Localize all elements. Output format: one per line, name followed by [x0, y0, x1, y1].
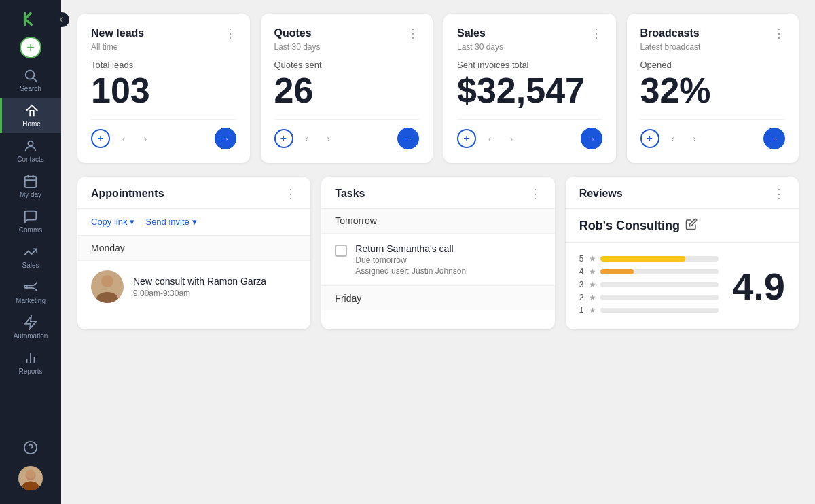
sidebar-label-reports: Reports — [18, 367, 42, 375]
quotes-add-button[interactable]: + — [274, 129, 293, 148]
task-assigned: Assigned user: Justin Johnson — [355, 266, 466, 276]
avatar[interactable] — [18, 466, 43, 490]
svg-point-18 — [101, 275, 113, 287]
broadcasts-next-button[interactable]: › — [687, 130, 703, 147]
sidebar-label-comms: Comms — [19, 226, 42, 234]
sidebar-label-search: Search — [20, 85, 41, 92]
new-leads-value: 103 — [91, 73, 236, 108]
star-row-1: 1 ★ — [579, 306, 719, 315]
sidebar-item-marketing[interactable]: Marketing — [0, 274, 61, 310]
new-leads-label: Total leads — [91, 60, 236, 70]
reviews-panel: Reviews ⋮ Rob's Consulting 5 ★ 4 — [566, 177, 799, 329]
sales-title: Sales — [457, 27, 486, 39]
new-leads-card: New leads ⋮ All time Total leads 103 + ‹… — [77, 14, 250, 163]
sidebar-label-automation: Automation — [14, 332, 48, 340]
collapse-sidebar-button[interactable] — [54, 12, 69, 27]
broadcasts-value: 32% — [640, 73, 786, 108]
sidebar-label-contacts: Contacts — [17, 156, 43, 163]
svg-line-1 — [33, 78, 37, 82]
quotes-value: 26 — [274, 73, 420, 108]
sidebar-label-sales: Sales — [22, 262, 39, 269]
broadcasts-card: Broadcasts ⋮ Latest broadcast Opened 32%… — [627, 14, 799, 163]
sales-prev-button[interactable]: ‹ — [482, 130, 498, 147]
tasks-menu-button[interactable]: ⋮ — [529, 187, 541, 200]
sales-add-button[interactable]: + — [457, 129, 476, 148]
new-leads-menu-button[interactable]: ⋮ — [224, 27, 236, 39]
broadcasts-go-button[interactable]: → — [763, 128, 785, 149]
sidebar-item-automation[interactable]: Automation — [0, 310, 61, 345]
appointments-panel: Appointments ⋮ Copy link ▾ Send invite ▾… — [77, 177, 310, 329]
broadcasts-subtitle: Latest broadcast — [640, 42, 786, 52]
reviews-panel-title: Reviews — [579, 187, 623, 200]
quotes-prev-button[interactable]: ‹ — [299, 130, 315, 147]
logo — [18, 7, 43, 31]
sales-value: $32,547 — [457, 73, 602, 108]
bottom-row: Appointments ⋮ Copy link ▾ Send invite ▾… — [77, 177, 799, 329]
sidebar-item-comms[interactable]: Comms — [0, 204, 61, 239]
star-row-4: 4 ★ — [579, 267, 719, 276]
broadcasts-title: Broadcasts — [640, 27, 700, 39]
sales-label: Sent invoices total — [457, 60, 602, 70]
stats-row: New leads ⋮ All time Total leads 103 + ‹… — [77, 14, 799, 163]
sidebar-item-sales[interactable]: Sales — [0, 239, 61, 274]
broadcasts-menu-button[interactable]: ⋮ — [773, 27, 785, 39]
quotes-subtitle: Last 30 days — [274, 42, 420, 52]
new-leads-subtitle: All time — [91, 42, 236, 52]
appointments-day: Monday — [77, 236, 310, 261]
sales-next-button[interactable]: › — [503, 130, 520, 147]
sidebar-item-reports[interactable]: Reports — [0, 345, 61, 380]
reviews-menu-button[interactable]: ⋮ — [773, 187, 785, 200]
star-row-2: 2 ★ — [579, 293, 719, 302]
help-icon[interactable] — [23, 440, 38, 458]
sidebar-label-marketing: Marketing — [16, 297, 46, 304]
sidebar-item-myday[interactable]: My day — [0, 168, 61, 204]
tasks-tomorrow-label: Tomorrow — [321, 209, 554, 234]
quotes-menu-button[interactable]: ⋮ — [407, 27, 419, 39]
reviews-company-name: Rob's Consulting — [579, 219, 680, 233]
tasks-panel: Tasks ⋮ Tomorrow Return Samantha's call … — [321, 177, 554, 329]
tasks-panel-title: Tasks — [335, 187, 365, 200]
broadcasts-label: Opened — [640, 60, 786, 70]
quotes-label: Quotes sent — [274, 60, 420, 70]
svg-point-2 — [28, 141, 33, 146]
svg-point-0 — [26, 71, 35, 79]
quotes-go-button[interactable]: → — [397, 128, 419, 149]
appointment-item[interactable]: New consult with Ramon Garza 9:00am-9:30… — [77, 261, 310, 312]
quotes-title: Quotes — [274, 27, 312, 39]
edit-company-icon[interactable] — [685, 218, 698, 233]
svg-point-17 — [96, 292, 118, 303]
new-leads-go-button[interactable]: → — [215, 128, 236, 149]
new-leads-prev-button[interactable]: ‹ — [115, 130, 132, 147]
copy-link-button[interactable]: Copy link ▾ — [91, 217, 134, 227]
appointment-avatar — [91, 270, 124, 303]
task-item: Return Samantha's call Due tomorrow Assi… — [321, 234, 554, 286]
quotes-next-button[interactable]: › — [321, 130, 337, 147]
reviews-rating: 4.9 — [732, 268, 785, 306]
appointments-menu-button[interactable]: ⋮ — [285, 187, 297, 200]
main-content: New leads ⋮ All time Total leads 103 + ‹… — [61, 0, 815, 504]
add-button[interactable]: + — [20, 37, 41, 58]
star-bars: 5 ★ 4 ★ 3 ★ 2 — [579, 254, 719, 319]
appointment-time: 9:00am-9:30am — [133, 289, 266, 298]
sidebar: + Search Home Contacts My day Comms Sale… — [0, 0, 61, 504]
sales-go-button[interactable]: → — [581, 128, 602, 149]
svg-rect-3 — [25, 177, 37, 188]
task-title: Return Samantha's call — [355, 243, 466, 254]
broadcasts-add-button[interactable]: + — [640, 129, 659, 148]
task-due: Due tomorrow — [355, 255, 466, 265]
sidebar-item-home[interactable]: Home — [0, 98, 61, 133]
task-checkbox[interactable] — [335, 245, 347, 257]
new-leads-add-button[interactable]: + — [91, 129, 110, 148]
sidebar-label-myday: My day — [20, 191, 41, 198]
appointment-name: New consult with Ramon Garza — [133, 276, 266, 287]
broadcasts-prev-button[interactable]: ‹ — [665, 130, 681, 147]
appointments-panel-title: Appointments — [91, 187, 164, 200]
sidebar-item-contacts[interactable]: Contacts — [0, 133, 61, 168]
new-leads-next-button[interactable]: › — [137, 130, 153, 147]
svg-point-14 — [22, 482, 39, 491]
sidebar-item-search[interactable]: Search — [0, 62, 61, 98]
sales-menu-button[interactable]: ⋮ — [590, 27, 602, 39]
svg-point-15 — [26, 469, 35, 479]
star-row-3: 3 ★ — [579, 280, 719, 289]
send-invite-button[interactable]: Send invite ▾ — [145, 217, 196, 227]
